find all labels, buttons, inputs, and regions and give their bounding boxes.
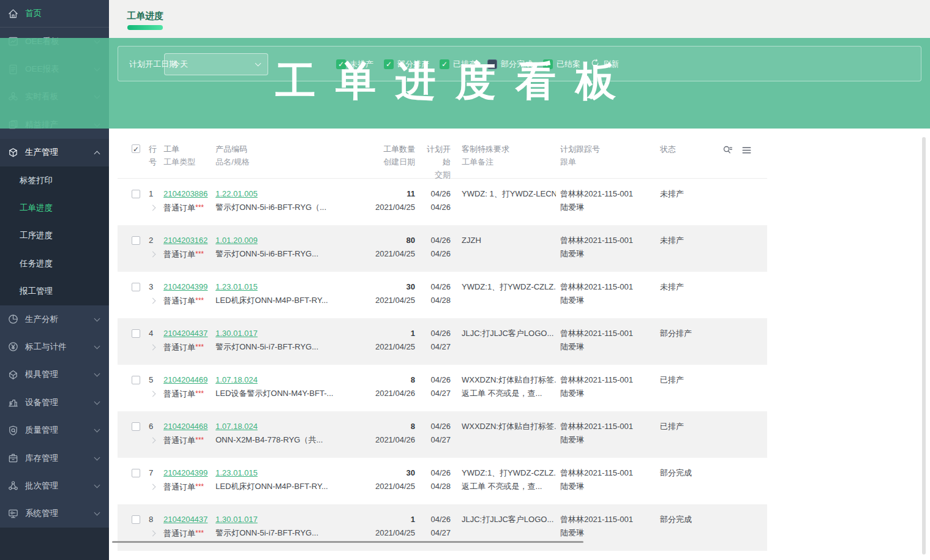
order-number-link[interactable]: 2104203162 [163,236,208,245]
table-row: 6 2104204468 普通订单*** 1.07.18.024 ONN-X2M… [118,411,921,458]
sidebar-subitem-label: 标签打印 [20,175,53,186]
date-range-value: 今天 [172,59,256,70]
expand-chevron-icon[interactable] [150,345,156,351]
status-text: 未排产 [660,234,767,247]
sidebar-subitem-1[interactable]: 工单进度 [0,194,109,222]
expand-chevron-icon[interactable] [150,205,156,211]
column-menu-icon[interactable] [741,144,752,159]
equipment-icon [7,397,20,409]
product-code-link[interactable]: 1.01.20.009 [216,236,258,245]
follower-name: 陆爱琳 [560,247,654,261]
order-number-link[interactable]: 2104204468 [163,422,208,431]
product-code-link[interactable]: 1.30.01.017 [216,515,258,524]
chevron-down-icon [94,343,100,349]
header-rownum: 行号 [140,132,158,181]
order-stars: *** [195,296,204,305]
header-product: 产品编码品名/规格 [211,132,369,181]
sidebar-item-label: 库存管理 [25,453,95,464]
row-checkbox[interactable] [132,283,140,291]
order-number-link[interactable]: 2104203886 [163,189,208,198]
tracking-number: 曾林林2021-115-001 [560,327,654,340]
table-row: 8 2104204437 普通订单*** 1.30.01.017 警示灯ONN-… [118,504,921,551]
product-name: LED设备警示灯ONN-M4Y-BFT-... [216,387,369,400]
sidebar-item-label: 模具管理 [25,369,95,380]
tab-work-order-progress[interactable]: 工单进度 [127,10,163,30]
select-all-checkbox[interactable] [132,144,140,153]
row-checkbox[interactable] [132,515,140,524]
product-code-link[interactable]: 1.23.01.015 [216,282,258,291]
product-code-link[interactable]: 1.23.01.015 [216,468,258,477]
date-range-select[interactable]: 今天 [164,53,268,75]
product-code-link[interactable]: 1.30.01.017 [216,329,258,338]
row-checkbox[interactable] [132,376,140,384]
special-requirement: JLJC:打JLJC客户LOGO... [462,513,556,526]
order-quantity: 8 [369,420,415,433]
sidebar-subitem-0[interactable]: 标签打印 [0,166,109,194]
quality-icon [7,424,20,436]
sidebar-item-3[interactable]: 设备管理 [0,389,109,416]
header-plan: 计划开始交期 [420,132,456,181]
sidebar-subitem-3[interactable]: 任务进度 [0,250,109,277]
order-number-link[interactable]: 2104204399 [163,282,208,291]
chevron-down-icon [94,315,100,321]
row-number: 6 [149,420,158,433]
expand-chevron-icon[interactable] [150,391,156,397]
special-requirement: YWDZ:1、打YWDZ-CZLZ... [462,466,556,480]
table-body: 1 2104203886 普通订单*** 1.22.01.005 警示灯ONN-… [118,179,921,551]
filter-search-icon[interactable] [722,144,733,159]
sidebar-item-production-management[interactable]: 生产管理 [0,139,109,166]
sidebar-subitem-2[interactable]: 工序进度 [0,222,109,250]
sidebar-item-6[interactable]: 批次管理 [0,472,109,499]
plan-start-date: 04/26 [420,327,451,340]
product-code-link[interactable]: 1.07.18.024 [216,375,258,384]
row-checkbox[interactable] [132,422,140,431]
sidebar-item-4[interactable]: 质量管理 [0,416,109,444]
sidebar-item-5[interactable]: 库存管理 [0,444,109,472]
order-quantity: 11 [369,187,415,201]
row-number: 3 [149,280,158,294]
work-order-table: 行号 工单工单类型 产品编码品名/规格 工单数量创建日期 计划开始交期 客制特殊… [118,132,921,551]
order-number-link[interactable]: 2104204469 [163,375,208,384]
plan-start-date: 04/26 [420,187,451,201]
order-stars: *** [195,436,204,444]
order-number-link[interactable]: 2104204437 [163,515,208,524]
sidebar-item-0[interactable]: 生产分析 [0,305,109,333]
tracking-number: 曾林林2021-115-001 [560,280,654,294]
row-checkbox[interactable] [132,469,140,477]
order-stars: *** [195,343,204,351]
vertical-scrollbar[interactable] [922,137,926,554]
due-date: 04/27 [420,433,451,447]
horizontal-scrollbar[interactable] [112,541,583,543]
order-quantity: 30 [369,466,415,480]
product-name: 警示灯ONN-5i-i6-BFT-RYG... [216,247,369,261]
sidebar-item-1[interactable]: 标工与计件 [0,333,109,360]
sidebar-item-7[interactable]: 系统管理 [0,500,109,528]
sidebar-item-2[interactable]: 模具管理 [0,361,109,389]
product-name: 警示灯ONN-5i-i6-BFT-RYG（... [216,201,369,214]
row-checkbox[interactable] [132,329,140,338]
product-code-link[interactable]: 1.07.18.024 [216,422,258,431]
order-number-link[interactable]: 2104204437 [163,329,208,338]
order-number-link[interactable]: 2104204399 [163,468,208,477]
sidebar-subitem-4[interactable]: 报工管理 [0,278,109,305]
product-code-link[interactable]: 1.22.01.005 [216,189,258,198]
due-date: 04/27 [420,387,451,400]
expand-chevron-icon[interactable] [150,252,156,258]
due-date: 04/26 [420,201,451,214]
row-checkbox[interactable] [132,190,140,198]
sidebar-item-home[interactable]: 首页 [0,0,109,28]
expand-chevron-icon[interactable] [150,531,156,537]
expand-chevron-icon[interactable] [150,484,156,490]
chevron-up-icon [94,151,100,157]
order-type: 普通订单 [163,250,195,259]
special-requirement: ZJZH [462,234,556,247]
table-row: 3 2104204399 普通订单*** 1.23.01.015 LED机床灯O… [118,272,921,318]
expand-chevron-icon[interactable] [150,298,156,304]
watermark-overlay: 计划开工日期 今天 ✓ 未排产 ✓ 部分排产 ✓ 已排产 ✓ 部分完成 ✓ 已结… [0,38,930,129]
row-checkbox[interactable] [132,236,140,245]
order-type: 普通订单 [163,389,195,398]
special-requirement: WXXDZN:灯体贴自打标签... [462,373,556,387]
expand-chevron-icon[interactable] [150,438,156,444]
order-quantity: 80 [369,234,415,247]
row-number: 8 [149,513,158,526]
